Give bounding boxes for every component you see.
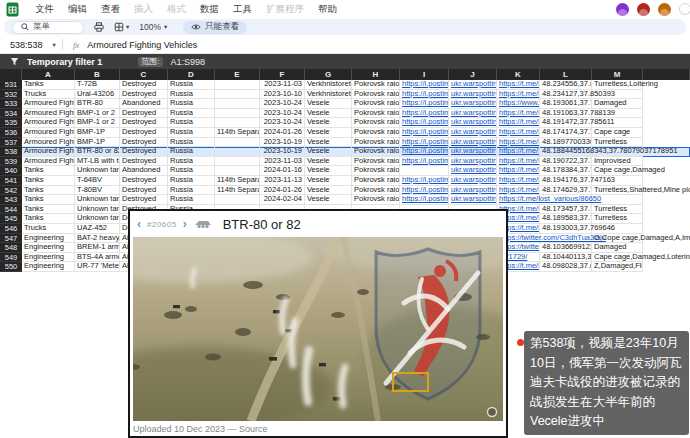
cell[interactable]: BMP-1P xyxy=(75,138,120,148)
cell[interactable]: https://i.postimg xyxy=(400,118,449,128)
row-number[interactable]: 546 xyxy=(0,224,22,234)
cell[interactable]: Vesele xyxy=(305,195,352,205)
cell[interactable]: 2023-11-03 xyxy=(260,157,305,167)
select-all-corner[interactable] xyxy=(0,69,22,80)
row-number[interactable]: 540 xyxy=(0,166,22,176)
cell[interactable]: Unknown tank xyxy=(75,214,120,224)
cell[interactable]: Russia xyxy=(168,109,215,119)
cell[interactable] xyxy=(215,166,260,176)
cell[interactable]: Vesele xyxy=(305,109,352,119)
menu-item-5[interactable]: 数据 xyxy=(193,3,226,16)
cell[interactable]: 2024-01-26 xyxy=(260,186,305,196)
cell[interactable]: Russia xyxy=(168,166,215,176)
cell[interactable]: Destroyed xyxy=(120,176,168,186)
cell[interactable]: Ural-43206 xyxy=(75,90,120,100)
cell[interactable] xyxy=(215,80,260,90)
cell[interactable]: 48.194176,37.747163 xyxy=(540,176,592,186)
cell[interactable]: https://i.postimg xyxy=(400,157,449,167)
cell[interactable] xyxy=(215,147,260,157)
cell[interactable]: 48.1884455168343,37.78079037178951 xyxy=(540,147,592,157)
cell[interactable]: Destroyed xyxy=(120,186,168,196)
cell[interactable]: Verkhnistoretske xyxy=(305,90,352,100)
row-number[interactable]: 535 xyxy=(0,118,22,128)
next-record-button[interactable]: › xyxy=(183,218,187,230)
name-box[interactable]: 538:538 ▾ xyxy=(0,40,58,50)
cell[interactable]: 48.173457,37.79 xyxy=(540,205,592,215)
paint-format-button[interactable]: ▾ xyxy=(114,22,129,32)
row-number[interactable]: 544 xyxy=(0,205,22,215)
row-number[interactable]: 548 xyxy=(0,243,22,253)
cell[interactable]: Abandoned xyxy=(120,166,168,176)
cell[interactable]: Russia xyxy=(168,90,215,100)
cell[interactable]: Abandoned xyxy=(120,99,168,109)
row-number[interactable]: 547 xyxy=(0,234,22,244)
cell[interactable]: T-80BV xyxy=(75,186,120,196)
filter-title[interactable]: Temporary filter 1 xyxy=(27,57,102,67)
cell[interactable]: Vesele xyxy=(305,176,352,186)
formula-input[interactable]: Armoured Fighting Vehicles xyxy=(87,40,197,50)
cell[interactable]: Pokrovsk raion xyxy=(352,80,400,90)
cell[interactable]: Russia xyxy=(168,157,215,167)
cell[interactable]: Armoured Fighti xyxy=(22,109,75,119)
row-number[interactable]: 543 xyxy=(0,195,22,205)
cell[interactable]: 48.10440113,37. xyxy=(540,253,592,263)
cell[interactable]: BMP-1P xyxy=(75,128,120,138)
cell[interactable]: https://i.postimg xyxy=(400,109,449,119)
cell[interactable]: Pokrovsk raion xyxy=(352,90,400,100)
cell[interactable]: Destroyed xyxy=(120,157,168,167)
cell[interactable]: Vesele xyxy=(305,157,352,167)
cell[interactable]: Pokrovsk raion xyxy=(352,195,400,205)
cell[interactable]: ukr.warspotting.r xyxy=(449,99,497,109)
cell[interactable]: T-72B xyxy=(75,80,120,90)
cell[interactable]: BTS-4A armour xyxy=(75,253,120,263)
cell[interactable]: Russia xyxy=(168,195,215,205)
cell[interactable]: BMP-1 or 2 xyxy=(75,118,120,128)
row-number[interactable]: 549 xyxy=(0,253,22,263)
cell[interactable]: https://t.me/lost_ xyxy=(497,166,540,176)
cell[interactable] xyxy=(400,166,449,176)
cell[interactable]: 2024-02-04 xyxy=(260,195,305,205)
cell[interactable]: Unknown tank xyxy=(75,205,120,215)
prev-record-button[interactable]: ‹ xyxy=(137,218,141,230)
cell[interactable]: Vesele xyxy=(305,99,352,109)
cell[interactable]: ukr.warspotting.r xyxy=(449,138,497,148)
avatar-2[interactable] xyxy=(658,3,671,16)
cell[interactable]: Pokrovsk raion xyxy=(352,147,400,157)
cell[interactable]: Engineering xyxy=(22,253,75,263)
range-value[interactable]: A1:S998 xyxy=(171,57,206,67)
cell[interactable]: Destroyed xyxy=(120,195,168,205)
cell[interactable]: Russia xyxy=(168,176,215,186)
cell[interactable]: MT-LB with twin xyxy=(75,157,120,167)
menu-item-3[interactable]: 插入 xyxy=(127,3,160,16)
cell[interactable]: Armoured Fighti xyxy=(22,118,75,128)
cell[interactable]: 2023-10-19 xyxy=(260,138,305,148)
cell[interactable]: Pokrovsk raion xyxy=(352,186,400,196)
zoom-control[interactable]: 100% ▾ xyxy=(139,22,167,32)
cell[interactable]: Destroyed xyxy=(120,147,168,157)
menu-item-7[interactable]: 扩展程序 xyxy=(259,3,311,16)
cell[interactable]: ukr.warspotting.r xyxy=(449,118,497,128)
cell[interactable]: Pokrovsk raion xyxy=(352,166,400,176)
sheets-logo-icon[interactable] xyxy=(6,2,19,17)
cell[interactable]: 48.098028,37.68 xyxy=(540,262,592,272)
cell[interactable]: Engineering xyxy=(22,262,75,272)
cell[interactable]: Russia xyxy=(168,186,215,196)
cell[interactable]: 2023-10-19 xyxy=(260,147,305,157)
cell[interactable]: Armoured Fighti xyxy=(22,138,75,148)
cell[interactable]: Cape cage,Damaged,Lotering xyxy=(592,253,643,263)
cell[interactable]: BMP-1 or 2 xyxy=(75,109,120,119)
cell[interactable]: https://t.me/BUA xyxy=(497,138,540,148)
cell[interactable]: Pokrovsk raion xyxy=(352,109,400,119)
cell[interactable]: BTR-80 or 82 xyxy=(75,147,120,157)
cell[interactable]: Tanks xyxy=(22,176,75,186)
cell[interactable]: https://i.postimg xyxy=(400,99,449,109)
cell[interactable] xyxy=(215,138,260,148)
cell[interactable]: https://i.postimg xyxy=(400,80,449,90)
column-header-C[interactable]: C xyxy=(120,69,168,80)
cell[interactable]: 114th Separate I xyxy=(215,128,260,138)
menu-item-0[interactable]: 文件 xyxy=(28,3,61,16)
cell[interactable]: Vesele xyxy=(305,166,352,176)
avatar-partial[interactable] xyxy=(679,3,690,15)
cell[interactable]: Tanks xyxy=(22,205,75,215)
cell[interactable]: 2023-11-03 xyxy=(260,80,305,90)
